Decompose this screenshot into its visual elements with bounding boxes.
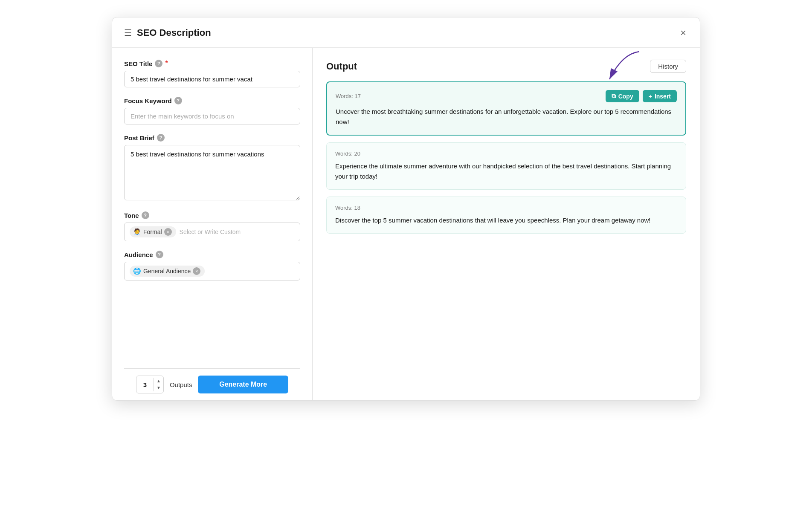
- modal-header: ☰ SEO Description ×: [112, 17, 700, 48]
- card-meta-2: Words: 20: [335, 150, 677, 157]
- output-card-wrapper-1: Words: 17 ⧉ Copy + Insert: [326, 81, 686, 136]
- output-card-1: Words: 17 ⧉ Copy + Insert: [326, 81, 686, 136]
- history-button[interactable]: History: [650, 60, 686, 73]
- stepper-down-button[interactable]: ▼: [154, 385, 163, 391]
- copy-button-1[interactable]: ⧉ Copy: [606, 90, 639, 102]
- bottom-bar: 3 ▲ ▼ Outputs Generate More: [124, 368, 300, 400]
- card-text-1: Uncover the most breathtaking summer des…: [336, 107, 677, 127]
- post-brief-help-icon[interactable]: ?: [157, 134, 165, 142]
- arrow-annotation: [597, 49, 648, 84]
- card-meta-3: Words: 18: [335, 205, 677, 211]
- card-words-3: Words: 18: [335, 205, 360, 211]
- plus-icon: +: [649, 93, 652, 100]
- tone-label: Tone ?: [124, 211, 300, 219]
- insert-button-1[interactable]: + Insert: [643, 90, 677, 102]
- focus-keyword-label: Focus Keyword ?: [124, 97, 300, 104]
- audience-input-wrapper[interactable]: 🌐 General Audience ×: [124, 262, 300, 280]
- seo-title-help-icon[interactable]: ?: [155, 60, 162, 67]
- card-text-3: Discover the top 5 summer vacation desti…: [335, 215, 677, 226]
- seo-title-label: SEO Title ? *: [124, 60, 300, 67]
- post-brief-textarea[interactable]: 5 best travel destinations for summer va…: [124, 145, 300, 200]
- audience-tag-label: General Audience: [143, 268, 191, 275]
- modal-body: SEO Title ? * Focus Keyword ? Post Brief…: [112, 48, 700, 400]
- tone-tag-remove-button[interactable]: ×: [164, 228, 172, 236]
- tone-tag-label: Formal: [143, 228, 162, 235]
- card-actions-1: ⧉ Copy + Insert: [606, 90, 677, 102]
- audience-tag: 🌐 General Audience ×: [130, 266, 205, 277]
- seo-title-input[interactable]: [124, 71, 300, 87]
- focus-keyword-input[interactable]: [124, 108, 300, 124]
- modal-title-group: ☰ SEO Description: [124, 27, 211, 38]
- tone-tag: 🧑‍💼 Formal ×: [130, 226, 176, 237]
- output-title: Output: [326, 61, 357, 72]
- audience-label: Audience ?: [124, 251, 300, 258]
- card-meta-1: Words: 17 ⧉ Copy + Insert: [336, 90, 677, 102]
- outputs-value[interactable]: 3: [136, 381, 154, 388]
- focus-keyword-help-icon[interactable]: ?: [174, 97, 182, 104]
- post-brief-field: Post Brief ? 5 best travel destinations …: [124, 134, 300, 202]
- modal-icon: ☰: [124, 28, 132, 38]
- card-words-2: Words: 20: [335, 150, 360, 157]
- audience-tag-emoji: 🌐: [133, 267, 141, 275]
- generate-more-button[interactable]: Generate More: [198, 376, 288, 393]
- tone-input-wrapper[interactable]: 🧑‍💼 Formal × Select or Write Custom: [124, 223, 300, 241]
- outputs-label: Outputs: [170, 381, 192, 388]
- post-brief-label: Post Brief ?: [124, 134, 300, 142]
- tone-help-icon[interactable]: ?: [142, 211, 149, 219]
- card-words-1: Words: 17: [336, 93, 361, 99]
- seo-title-required: *: [165, 60, 168, 67]
- tone-placeholder: Select or Write Custom: [180, 228, 241, 235]
- stepper-up-button[interactable]: ▲: [154, 378, 163, 385]
- stepper-arrows: ▲ ▼: [154, 378, 163, 391]
- output-card-3: Words: 18 Discover the top 5 summer vaca…: [326, 197, 686, 234]
- close-button[interactable]: ×: [679, 26, 688, 40]
- copy-icon: ⧉: [612, 93, 616, 100]
- output-card-2: Words: 20 Experience the ultimate summer…: [326, 142, 686, 190]
- tone-field: Tone ? 🧑‍💼 Formal × Select or Write Cust…: [124, 211, 300, 241]
- seo-description-modal: ☰ SEO Description × SEO Title ? * Focus …: [112, 17, 700, 401]
- focus-keyword-field: Focus Keyword ?: [124, 97, 300, 124]
- audience-tag-remove-button[interactable]: ×: [193, 267, 200, 275]
- outputs-stepper[interactable]: 3 ▲ ▼: [136, 376, 164, 393]
- right-panel: Output History: [313, 48, 700, 400]
- left-panel: SEO Title ? * Focus Keyword ? Post Brief…: [112, 48, 313, 400]
- seo-title-field: SEO Title ? *: [124, 60, 300, 87]
- audience-field: Audience ? 🌐 General Audience ×: [124, 251, 300, 280]
- output-cards: Words: 17 ⧉ Copy + Insert: [326, 81, 686, 234]
- tone-tag-emoji: 🧑‍💼: [133, 228, 141, 236]
- card-text-2: Experience the ultimate summer adventure…: [335, 161, 677, 182]
- audience-help-icon[interactable]: ?: [156, 251, 163, 258]
- modal-title: SEO Description: [137, 27, 211, 38]
